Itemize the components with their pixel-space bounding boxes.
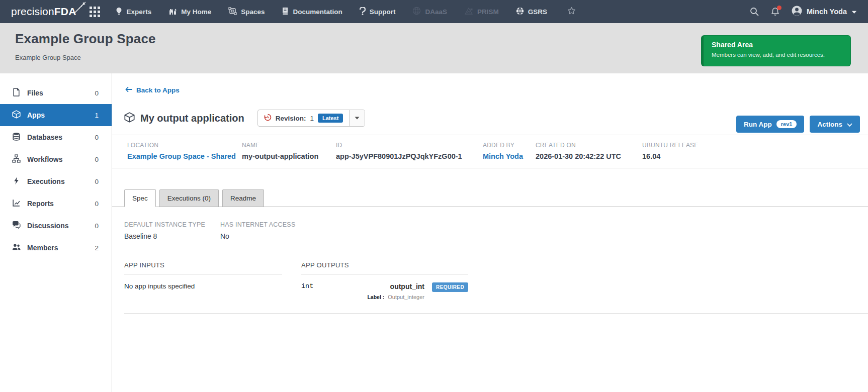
- top-navbar: precisionFDA Experts My Home Spaces Docu…: [0, 0, 868, 23]
- sidebar-item-databases[interactable]: Databases 0: [0, 126, 112, 148]
- tab-readme[interactable]: Readme: [222, 189, 264, 207]
- back-to-apps-link[interactable]: Back to Apps: [125, 86, 180, 94]
- spec-instance-row: DEFAULT INSTANCE TYPE Baseline 8 HAS INT…: [112, 207, 868, 240]
- run-app-label: Run App: [744, 121, 772, 128]
- sidebar-item-discussions[interactable]: Discussions 0: [0, 215, 112, 237]
- app-detail-main: Back to Apps My output application Revis…: [112, 73, 868, 392]
- globe-icon: [516, 7, 524, 17]
- sidebar-item-count: 0: [95, 134, 99, 141]
- nav-item-gsrs[interactable]: GSRS: [516, 7, 547, 17]
- latest-badge: Latest: [318, 114, 343, 123]
- app-grid-icon[interactable]: [90, 7, 100, 17]
- sidebar-item-label: Discussions: [27, 222, 95, 230]
- sidebar-item-label: Files: [27, 89, 95, 97]
- nav-item-experts[interactable]: Experts: [115, 7, 152, 17]
- required-badge: REQUIRED: [432, 282, 468, 292]
- divider: [112, 168, 868, 168]
- sidebar-item-apps[interactable]: Apps 1: [0, 104, 112, 126]
- nav-label: Spaces: [241, 8, 265, 16]
- revision-label: Revision:: [276, 115, 306, 122]
- sidebar-item-count: 0: [95, 222, 99, 230]
- revision-selector[interactable]: Revision: 1 Latest: [257, 110, 366, 127]
- chevron-down-icon: [847, 121, 852, 128]
- brand-prefix: precision: [11, 6, 54, 18]
- nav-item-spaces[interactable]: Spaces: [228, 7, 265, 17]
- sidebar-item-label: Databases: [27, 133, 95, 141]
- app-inputs-title: APP INPUTS: [124, 261, 282, 274]
- sidebar-item-reports[interactable]: Reports 0: [0, 192, 112, 215]
- book-icon: [282, 7, 289, 17]
- meta-added-by: ADDED BY Minch Yoda: [483, 142, 523, 160]
- sidebar-item-count: 0: [95, 89, 99, 97]
- nav-item-my-home[interactable]: My Home: [168, 7, 211, 17]
- spec-io-tables: APP INPUTS No app inputs specified APP O…: [124, 261, 868, 314]
- actions-label: Actions: [817, 121, 842, 128]
- quill-icon: [73, 1, 86, 17]
- shared-area-title: Shared Area: [712, 41, 842, 49]
- shared-area-card: Shared Area Members can view, add, and e…: [701, 35, 851, 66]
- precisionfda-logo[interactable]: precisionFDA: [11, 6, 76, 18]
- tab-spec[interactable]: Spec: [124, 189, 156, 207]
- nav-label: Support: [370, 8, 396, 16]
- actions-button[interactable]: Actions: [810, 116, 860, 133]
- meta-name: NAME my-output-application: [242, 142, 318, 160]
- user-name: Minch Yoda: [807, 8, 847, 16]
- sidebar-item-count: 1: [95, 112, 99, 119]
- run-app-button[interactable]: Run App rev1: [736, 116, 804, 133]
- home-icon: [168, 7, 177, 17]
- lightbulb-icon: [115, 7, 123, 17]
- nav-label: GSRS: [528, 8, 547, 16]
- workflow-icon: [12, 154, 27, 165]
- bolt-icon: [12, 176, 27, 187]
- app-inputs-empty-text: No app inputs specified: [124, 282, 282, 290]
- app-cube-icon: [124, 112, 135, 125]
- nav-item-daaas: DAaaS: [412, 7, 447, 17]
- revision-dropdown-caret[interactable]: [349, 110, 365, 126]
- sidebar-item-count: 2: [95, 244, 99, 252]
- sidebar-item-count: 0: [95, 178, 99, 185]
- nav-item-support[interactable]: Support: [360, 7, 396, 17]
- discussions-icon: [12, 221, 27, 231]
- notifications-bell-icon[interactable]: [771, 7, 779, 16]
- revision-history-icon: [264, 114, 272, 123]
- output-type: int: [301, 282, 313, 290]
- chevron-down-icon: [851, 8, 857, 16]
- tab-executions[interactable]: Executions (0): [159, 189, 219, 207]
- app-metadata: LOCATION Example Group Space - Shared NA…: [112, 135, 868, 168]
- sidebar-item-label: Apps: [27, 111, 95, 119]
- location-link[interactable]: Example Group Space - Shared: [127, 152, 236, 160]
- nav-label: My Home: [181, 8, 211, 16]
- meta-id: ID app-J5yVPF80901JzPQJqkYFzG00-1: [336, 142, 462, 160]
- revision-number: 1: [310, 115, 314, 122]
- nav-label: Experts: [127, 8, 152, 16]
- sidebar-item-label: Reports: [27, 200, 95, 208]
- output-name: output_int: [367, 282, 424, 290]
- sidebar-item-label: Members: [27, 244, 95, 252]
- added-by-link[interactable]: Minch Yoda: [483, 152, 523, 160]
- nav-label: DAaaS: [425, 8, 447, 16]
- sidebar-item-workflows[interactable]: Workflows 0: [0, 148, 112, 170]
- avatar-icon: [792, 6, 802, 18]
- cube-icon: [12, 110, 27, 121]
- nav-label: PRISM: [477, 8, 499, 16]
- meta-created-on: CREATED ON 2026-01-30 20:42:22 UTC: [536, 142, 621, 160]
- output-label-value: Output_integer: [388, 294, 424, 300]
- search-icon[interactable]: [750, 7, 759, 16]
- has-internet-access: HAS INTERNET ACCESS No: [220, 221, 295, 240]
- sidebar-item-files[interactable]: Files 0: [0, 82, 112, 104]
- meta-location: LOCATION Example Group Space - Shared: [127, 142, 236, 160]
- user-menu[interactable]: Minch Yoda: [792, 6, 857, 18]
- nav-item-documentation[interactable]: Documentation: [282, 7, 342, 17]
- sidebar-item-members[interactable]: Members 2: [0, 237, 112, 259]
- report-chart-icon: [12, 199, 27, 209]
- back-link-label: Back to Apps: [136, 86, 180, 94]
- daaas-icon: [412, 7, 421, 17]
- shared-area-description: Members can view, add, and edit resource…: [712, 52, 842, 58]
- sidebar-item-executions[interactable]: Executions 0: [0, 170, 112, 192]
- meta-ubuntu-release: UBUNTU RELEASE 16.04: [642, 142, 699, 160]
- navbar-right: Minch Yoda: [750, 6, 857, 18]
- star-icon[interactable]: [567, 7, 576, 17]
- sidebar-item-count: 0: [95, 156, 99, 163]
- nav-label: Documentation: [293, 8, 342, 16]
- nav-items: Experts My Home Spaces Documentation Sup…: [115, 7, 576, 17]
